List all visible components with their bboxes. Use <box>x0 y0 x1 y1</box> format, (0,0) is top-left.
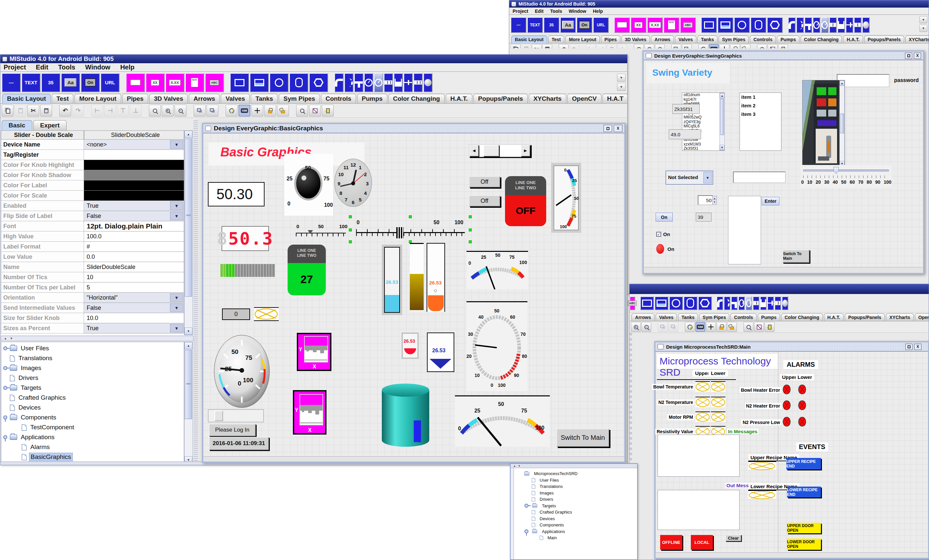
microprocess-titlebar[interactable]: Design MicroprocessTechSRD:Main X <box>656 343 928 352</box>
color-swatch[interactable] <box>84 191 184 200</box>
tree-item-user-files[interactable]: User Files <box>3 343 51 353</box>
property-tab-basic[interactable]: Basic <box>2 120 32 130</box>
property-value[interactable] <box>84 150 184 160</box>
basicgraphics-titlebar[interactable]: Design EveryGraphic:BasicGraphics X <box>203 124 624 133</box>
combo-arrow-icon[interactable]: ▼ <box>170 303 183 312</box>
maximize-icon[interactable] <box>604 125 612 132</box>
photo-vscroll[interactable]: ▲ ▼ <box>839 80 845 167</box>
hslider-widget[interactable]: 0 50 100 <box>295 223 346 239</box>
datetime-button[interactable]: 2016-01-06 11:09:31 <box>209 437 269 450</box>
slider-track[interactable] <box>803 170 889 171</box>
property-value[interactable]: <none>▼ <box>84 139 184 150</box>
out-messages-area[interactable] <box>658 490 740 530</box>
tool-lock[interactable] <box>264 105 276 116</box>
property-value[interactable]: True▼ <box>84 323 184 334</box>
palette-rounded-rectangle[interactable] <box>750 17 766 33</box>
combo-arrow-icon[interactable]: ▼ <box>703 172 712 184</box>
list-item[interactable]: item 3 <box>740 110 781 118</box>
collapse-icon[interactable]: ▲ <box>513 465 516 468</box>
palette-button-strip[interactable] <box>753 296 759 310</box>
scrollbar-widget[interactable]: ◀ ▶ <box>469 144 531 157</box>
main-splitter-vertical[interactable] <box>193 119 198 464</box>
list-item[interactable]: item 1 <box>740 93 781 101</box>
color-swatch[interactable] <box>84 170 184 180</box>
tool-zoom-in[interactable]: + <box>162 105 173 116</box>
palette-dome-knob[interactable] <box>782 296 788 310</box>
palette-dome-knob[interactable] <box>423 73 432 92</box>
spinner-down-icon[interactable]: ▼ <box>712 199 717 205</box>
palette-filled-rectangle[interactable] <box>250 73 269 92</box>
palette-ellipse[interactable] <box>734 17 750 33</box>
in-messages-area[interactable] <box>658 435 740 477</box>
scroll-down-icon[interactable]: ▼ <box>184 327 192 335</box>
tab-xycharts[interactable]: XYCharts <box>886 314 914 321</box>
tab-sym-pipes[interactable]: Sym Pipes <box>699 314 730 321</box>
palette-slider-scale[interactable] <box>846 17 853 33</box>
tool-paste[interactable] <box>14 105 26 116</box>
tab-3d-valves[interactable]: 3D Valves <box>149 94 188 103</box>
menu-window[interactable]: Window <box>569 9 586 14</box>
upper-recipe-end-button[interactable]: UPPER RECIPE END <box>786 458 821 470</box>
tab-test[interactable]: Test <box>548 35 564 43</box>
palette-tank-level[interactable] <box>394 73 403 92</box>
slider-knob[interactable] <box>396 227 403 238</box>
expand-toggle-icon[interactable] <box>524 504 529 508</box>
palette-button-strip[interactable] <box>829 17 837 33</box>
palette-pipe-tee[interactable] <box>731 296 737 310</box>
property-value[interactable]: 10 <box>84 272 184 283</box>
tool-align-left[interactable]: ⊢ <box>91 105 103 116</box>
tool-move[interactable] <box>706 322 716 332</box>
tab-basic-layout[interactable]: Basic Layout <box>511 35 547 43</box>
tab-controls[interactable]: Controls <box>750 35 776 43</box>
palette-hexagon[interactable] <box>309 73 328 92</box>
palette-numeric-decimal[interactable]: X.XX <box>647 17 663 33</box>
offline-button[interactable]: OFFLINE <box>660 535 682 550</box>
tab-arrows[interactable]: Arrows <box>632 314 655 321</box>
expand-icon[interactable]: ▼ <box>10 337 13 340</box>
tab-more-layout[interactable]: More Layout <box>74 94 121 103</box>
tool-preview[interactable] <box>744 322 753 332</box>
palette-gauge-alt[interactable] <box>374 73 383 92</box>
property-tab-expert[interactable]: Expert <box>33 120 66 130</box>
tool-unlock[interactable] <box>727 322 737 332</box>
switch-to-main-button[interactable]: Switch To Main <box>782 249 809 263</box>
palette-numeric-decimal[interactable]: X.XX <box>166 73 184 92</box>
menu-tools[interactable]: Tools <box>58 64 75 71</box>
on-led-radio[interactable]: On <box>656 244 675 254</box>
tab-h-a-t-[interactable]: H.A.T. <box>843 35 863 43</box>
tree-item-images[interactable]: Images <box>524 490 555 496</box>
palette-gauge-alt[interactable] <box>745 296 752 310</box>
palette-rounded-rectangle[interactable] <box>684 296 698 310</box>
menu-project[interactable]: Project <box>513 9 528 14</box>
knob[interactable] <box>294 166 322 200</box>
property-scrollbar[interactable]: ▲ ▼ <box>184 130 193 335</box>
knob-widget[interactable]: 0 25 50 75 100 <box>284 154 333 216</box>
tool-chart-toggle[interactable] <box>754 322 764 332</box>
palette-gauge-alt[interactable] <box>821 17 829 33</box>
maximize-icon[interactable] <box>905 53 912 59</box>
overflow-combo-2[interactable]: ▼ <box>617 83 625 91</box>
tree-item-main[interactable]: Main <box>532 535 558 541</box>
tab-opencv[interactable]: OpenCV <box>915 314 929 321</box>
palette-pipe-tee[interactable] <box>805 17 812 33</box>
scroll-thumb[interactable] <box>185 139 192 297</box>
combo-arrow-icon[interactable]: ▼ <box>170 212 183 220</box>
tab-controls[interactable]: Controls <box>321 94 356 103</box>
tab-arrows[interactable]: Arrows <box>189 94 220 103</box>
tree-item-user-files[interactable]: User Files <box>524 477 560 483</box>
palette-pipe-bend[interactable] <box>788 17 796 33</box>
tree-item-drivers[interactable]: Drivers <box>524 496 555 503</box>
tab-opencv[interactable]: OpenCV <box>567 94 601 103</box>
local-button[interactable]: LOCAL <box>691 535 713 550</box>
tab-valves[interactable]: Valves <box>675 35 696 43</box>
login-button[interactable]: Please Log In <box>209 424 256 436</box>
palette-url-link[interactable]: URL <box>100 73 120 92</box>
list-item[interactable]: M6052wQ <box>682 115 724 120</box>
property-value[interactable]: False▼ <box>84 211 184 221</box>
window3-titlebar[interactable] <box>630 284 929 294</box>
palette-numeric-xx[interactable]: XX <box>630 17 646 33</box>
property-value[interactable]: False▼ <box>84 303 184 313</box>
palette-seven-segment[interactable]: 35 <box>544 17 560 33</box>
palette-tank-level[interactable] <box>760 296 767 310</box>
palette-pipe-bend[interactable] <box>334 73 343 92</box>
